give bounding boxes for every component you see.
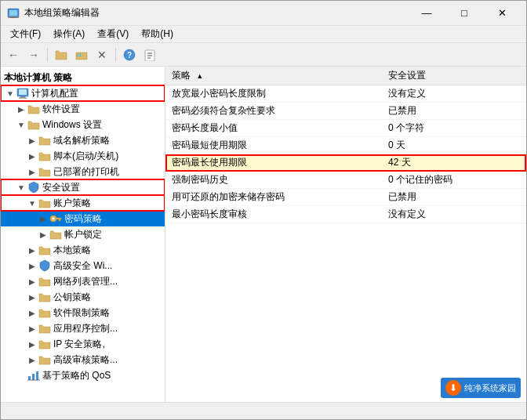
tree-item-password-policy[interactable]: ▶密码策略: [1, 211, 165, 226]
svg-point-16: [52, 217, 55, 220]
folder-button[interactable]: [52, 46, 71, 63]
policy-setting: 已禁用: [382, 103, 526, 120]
policy-name: 密码最短使用期限: [165, 137, 382, 154]
tree-item-account-lockout[interactable]: ▶帐户锁定: [1, 226, 165, 242]
tree-toggle-software-restrict[interactable]: ▶: [26, 306, 38, 319]
tree-label-printers: 已部署的打印机: [53, 165, 119, 179]
export-button[interactable]: [140, 46, 159, 63]
tree-item-dns[interactable]: ▶域名解析策略: [1, 132, 165, 148]
table-row[interactable]: 放宽最小密码长度限制没有定义: [165, 85, 526, 103]
svg-rect-14: [19, 98, 27, 99]
tree-item-windows-settings[interactable]: ▼Windows 设置: [1, 117, 165, 132]
tree-label-password-policy: 密码策略: [64, 212, 102, 226]
delete-button[interactable]: ✕: [93, 46, 111, 63]
close-button[interactable]: ✕: [484, 2, 520, 24]
tree-label-public-key: 公钥策略: [53, 291, 91, 304]
menu-item-A[interactable]: 操作(A): [47, 26, 91, 42]
tree-label-computer-config: 计算机配置: [31, 87, 78, 100]
folder2-button[interactable]: [72, 46, 91, 63]
tree-toggle-app-control[interactable]: ▶: [26, 322, 38, 335]
tree-toggle-ip-security[interactable]: ▶: [26, 338, 38, 350]
tree-item-network-list[interactable]: ▶网络列表管理...: [1, 273, 165, 289]
main-window: 本地组策略编辑器 — □ ✕ 文件(F)操作(A)查看(V)帮助(H) ← → …: [0, 0, 527, 420]
tree-item-security-settings[interactable]: ▼安全设置: [1, 179, 165, 195]
tree-item-ip-security[interactable]: ▶IP 安全策略,: [1, 336, 165, 352]
tree-toggle-public-key[interactable]: ▶: [26, 291, 38, 303]
col-setting[interactable]: 安全设置: [382, 67, 526, 85]
window-title: 本地组策略编辑器: [24, 6, 409, 20]
policy-setting: 已禁用: [382, 189, 526, 206]
tree-toggle-network-list[interactable]: ▶: [26, 275, 38, 288]
tree-toggle-software-settings[interactable]: ▶: [15, 103, 27, 115]
tree-item-account-policy[interactable]: ▼账户策略: [1, 195, 165, 211]
tree-item-printers[interactable]: ▶已部署的打印机: [1, 164, 165, 179]
table-row[interactable]: 用可还原的加密来储存密码已禁用: [165, 189, 526, 206]
tree-icon-app-control: [38, 322, 51, 335]
tree-item-software-settings[interactable]: ▶软件设置: [1, 101, 165, 117]
tree-toggle-local-policy[interactable]: ▶: [26, 244, 38, 256]
menu-item-V[interactable]: 查看(V): [91, 26, 135, 42]
tree-item-qos[interactable]: 基于策略的 QoS: [1, 368, 165, 383]
maximize-button[interactable]: □: [446, 2, 482, 24]
svg-text:?: ?: [127, 51, 132, 60]
tree-item-app-control[interactable]: ▶应用程序控制...: [1, 320, 165, 336]
tree-icon-computer-config: [16, 87, 29, 100]
menu-item-F[interactable]: 文件(F): [4, 26, 47, 42]
svg-rect-20: [32, 374, 35, 380]
tree-label-software-restrict: 软件限制策略: [53, 306, 110, 320]
menu-item-H[interactable]: 帮助(H): [135, 26, 180, 42]
tree-toggle-scripts[interactable]: ▶: [26, 150, 38, 162]
policy-name: 密码必须符合复杂性要求: [165, 103, 382, 120]
watermark: ⬇ 纯净系统家园: [441, 378, 521, 398]
tree-toggle-security-settings[interactable]: ▼: [15, 181, 27, 194]
table-row-highlighted[interactable]: 密码最长使用期限42 天: [165, 154, 526, 172]
tree-toggle-account-lockout[interactable]: ▶: [37, 228, 49, 241]
tree-icon-qos: [27, 369, 40, 382]
forward-button[interactable]: →: [24, 46, 43, 63]
tree-toggle-high-security[interactable]: ▶: [26, 259, 38, 272]
tree-toggle-dns[interactable]: ▶: [26, 134, 38, 147]
tree-toggle-computer-config[interactable]: ▼: [4, 87, 16, 100]
table-row[interactable]: 强制密码历史0 个记住的密码: [165, 172, 526, 189]
tree-icon-password-policy: [49, 212, 62, 225]
tree-item-advanced-audit[interactable]: ▶高级审核策略...: [1, 352, 165, 368]
tree-item-high-security[interactable]: ▶高级安全 Wi...: [1, 258, 165, 273]
minimize-button[interactable]: —: [409, 2, 445, 24]
tree-item-public-key[interactable]: ▶公钥策略: [1, 289, 165, 305]
table-row[interactable]: 密码长度最小值0 个字符: [165, 120, 526, 137]
svg-rect-12: [19, 89, 27, 95]
toolbar-separator-1: [47, 48, 48, 62]
tree-toggle-account-policy[interactable]: ▼: [26, 197, 38, 209]
tree-icon-dns: [38, 134, 51, 147]
back-button[interactable]: ←: [4, 46, 23, 63]
menu-bar: 文件(F)操作(A)查看(V)帮助(H): [1, 26, 526, 43]
window-icon: [7, 7, 20, 20]
status-bar: [1, 402, 526, 419]
tree-label-account-policy: 账户策略: [53, 197, 91, 210]
tree-toggle-printers[interactable]: ▶: [26, 165, 38, 178]
tree-toggle-windows-settings[interactable]: ▼: [15, 118, 27, 131]
tree-container: ▼计算机配置▶软件设置▼Windows 设置▶域名解析策略▶脚本(启动/关机)▶…: [1, 85, 165, 383]
sort-icon: ▲: [196, 72, 203, 80]
tree-item-computer-config[interactable]: ▼计算机配置: [1, 85, 165, 101]
tree-header-label: 本地计算机 策略: [4, 71, 72, 85]
svg-rect-18: [59, 219, 60, 221]
tree-icon-software-settings: [27, 103, 40, 115]
col-policy[interactable]: 策略 ▲: [165, 67, 382, 85]
tree-icon-software-restrict: [38, 306, 51, 319]
tree-label-app-control: 应用程序控制...: [53, 322, 118, 335]
tree-item-scripts[interactable]: ▶脚本(启动/关机): [1, 148, 165, 164]
help-button[interactable]: ?: [120, 46, 139, 63]
tree-toggle-advanced-audit[interactable]: ▶: [26, 353, 38, 366]
table-row[interactable]: 密码最短使用期限0 天: [165, 137, 526, 154]
table-row[interactable]: 最小密码长度审核没有定义: [165, 206, 526, 223]
table-row[interactable]: 密码必须符合复杂性要求已禁用: [165, 103, 526, 120]
tree-toggle-password-policy[interactable]: ▶: [37, 212, 49, 225]
tree-item-local-policy[interactable]: ▶本地策略: [1, 242, 165, 258]
tree-toggle-qos[interactable]: [15, 369, 27, 382]
watermark-icon: ⬇: [445, 380, 461, 396]
svg-rect-21: [36, 371, 38, 380]
policy-table: 策略 ▲ 安全设置 放宽最小密码长度限制没有定义密码必须符合复杂性要求已禁用密码…: [165, 67, 526, 223]
policy-setting: 42 天: [382, 154, 526, 172]
tree-item-software-restrict[interactable]: ▶软件限制策略: [1, 305, 165, 320]
